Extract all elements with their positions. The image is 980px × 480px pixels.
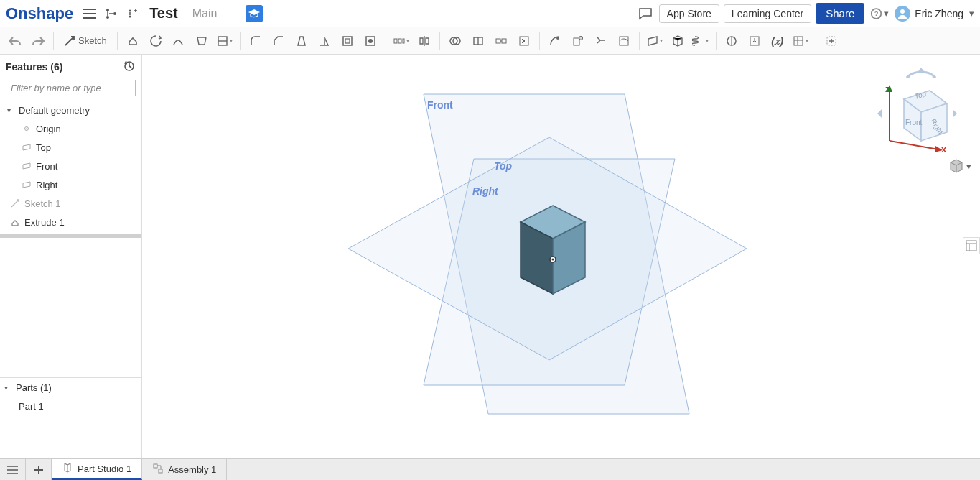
parts-section: ▾ Parts (1) Part 1 xyxy=(0,377,141,458)
front-plane-item[interactable]: Front xyxy=(3,157,139,175)
parts-header-row[interactable]: ▾ Parts (1) xyxy=(0,378,141,397)
transform-icon[interactable] xyxy=(490,30,512,52)
thicken-icon[interactable]: ▾ xyxy=(214,30,235,52)
help-icon[interactable]: ? ▾ xyxy=(870,4,889,23)
chamfer-icon[interactable] xyxy=(268,30,289,52)
part-icon[interactable] xyxy=(667,30,689,52)
app-store-button[interactable]: App Store xyxy=(659,4,719,23)
app-logo[interactable]: Onshape xyxy=(6,4,73,23)
redo-button[interactable] xyxy=(27,30,49,52)
move-face-icon[interactable] xyxy=(590,30,612,52)
education-icon[interactable] xyxy=(246,5,263,22)
svg-point-7 xyxy=(900,9,905,14)
rollback-bar[interactable] xyxy=(0,234,141,238)
toolbar-separator xyxy=(117,32,118,50)
svg-point-3 xyxy=(129,9,131,11)
features-panel-header: Features (6) xyxy=(0,55,141,78)
svg-point-41 xyxy=(26,128,27,129)
extrude-icon xyxy=(10,217,20,227)
fillet-icon[interactable] xyxy=(245,30,266,52)
hole-icon[interactable] xyxy=(360,30,381,52)
right-plane-item[interactable]: Right xyxy=(3,175,139,194)
comments-icon[interactable] xyxy=(636,4,655,23)
front-plane-label: Front xyxy=(36,161,57,172)
top-header: Onshape Test Main App Store Learning Cen… xyxy=(0,0,980,27)
sweep-icon[interactable] xyxy=(168,30,190,52)
share-button[interactable]: Share xyxy=(816,3,864,24)
pattern-linear-icon[interactable]: ▾ xyxy=(391,30,412,52)
assembly-icon xyxy=(152,463,164,476)
sketch-button-label: Sketch xyxy=(78,35,107,46)
user-avatar-icon[interactable] xyxy=(895,6,910,22)
tab-assembly-1[interactable]: Assembly 1 xyxy=(142,459,227,480)
svg-point-22 xyxy=(556,37,559,40)
sketch-button[interactable]: Sketch xyxy=(58,30,113,52)
config-icon[interactable]: ▾ xyxy=(790,30,811,52)
replace-face-icon[interactable] xyxy=(613,30,635,52)
plane-icon[interactable]: ▾ xyxy=(644,30,666,52)
version-tree-icon[interactable] xyxy=(102,4,121,23)
svg-rect-15 xyxy=(403,39,404,43)
toolbar-separator xyxy=(53,32,54,50)
draft-icon[interactable] xyxy=(291,30,312,52)
extrude1-label: Extrude 1 xyxy=(24,217,65,228)
sketch-icon xyxy=(10,198,20,208)
extrude-icon[interactable] xyxy=(122,30,144,52)
rollback-icon[interactable] xyxy=(123,59,136,74)
feature-filter-input[interactable] xyxy=(6,80,136,96)
loft-icon[interactable] xyxy=(191,30,213,52)
svg-rect-57 xyxy=(159,469,162,473)
import-icon[interactable] xyxy=(744,30,765,52)
cube-part[interactable] xyxy=(521,206,585,294)
side-panel-toggle[interactable] xyxy=(963,237,980,254)
learning-center-button[interactable]: Learning Center xyxy=(724,4,811,23)
3d-viewport[interactable]: Front Top Right xyxy=(0,55,980,458)
sketch1-item[interactable]: Sketch 1 xyxy=(3,194,139,213)
top-plane-item[interactable]: Top xyxy=(3,138,139,157)
feature-tree-panel: Features (6) ▾ Default geometry Origin T… xyxy=(0,55,142,458)
shell-icon[interactable] xyxy=(337,30,358,52)
toolbar-separator xyxy=(816,32,816,50)
menu-icon[interactable] xyxy=(80,4,99,23)
rib-icon[interactable] xyxy=(314,30,335,52)
tab-part-studio-label: Part Studio 1 xyxy=(78,463,131,474)
tab-list-button[interactable] xyxy=(0,459,26,480)
part1-item[interactable]: Part 1 xyxy=(0,397,141,415)
user-menu-caret-icon[interactable]: ▾ xyxy=(969,8,974,19)
delete-part-icon[interactable] xyxy=(567,30,589,52)
document-name[interactable]: Test xyxy=(149,5,178,22)
isometric-cube-icon[interactable]: ▾ xyxy=(948,158,964,174)
feature-toolbar: Sketch ▾ ▾ ▾ ▾ (𝑥) ▾ xyxy=(0,27,980,55)
custom-feature-icon[interactable] xyxy=(821,30,842,52)
delete-face-icon[interactable] xyxy=(513,30,535,52)
plane-right-label: Right xyxy=(472,185,499,197)
section-view-icon[interactable] xyxy=(721,30,742,52)
user-name-label[interactable]: Eric Zheng xyxy=(915,8,963,19)
extrude1-item[interactable]: Extrude 1 xyxy=(3,213,139,231)
boolean-icon[interactable] xyxy=(444,30,466,52)
svg-rect-23 xyxy=(574,38,579,45)
add-tab-button[interactable] xyxy=(26,459,52,480)
mirror-icon[interactable] xyxy=(414,30,435,52)
variable-icon[interactable]: (𝑥) xyxy=(767,30,788,52)
view-cube[interactable]: z x Top Front Right xyxy=(872,60,958,147)
toolbar-separator xyxy=(386,32,386,50)
branch-name[interactable]: Main xyxy=(192,7,218,20)
origin-item[interactable]: Origin xyxy=(3,119,139,138)
chevron-down-icon: ▾ xyxy=(7,106,14,114)
svg-text:?: ? xyxy=(874,10,879,17)
modify-fillet-icon[interactable] xyxy=(544,30,566,52)
helix-icon[interactable]: ▾ xyxy=(690,30,711,52)
viewcube-front-label: Front xyxy=(905,119,923,126)
tab-part-studio-1[interactable]: Part Studio 1 xyxy=(52,459,142,480)
default-geometry-folder[interactable]: ▾ Default geometry xyxy=(3,101,139,119)
undo-button[interactable] xyxy=(4,30,26,52)
insert-icon[interactable] xyxy=(123,4,142,23)
split-icon[interactable] xyxy=(467,30,489,52)
svg-marker-49 xyxy=(877,109,882,118)
tab-assembly-label: Assembly 1 xyxy=(168,464,216,475)
svg-point-2 xyxy=(113,12,116,15)
svg-rect-28 xyxy=(794,37,803,45)
revolve-icon[interactable] xyxy=(145,30,167,52)
bottom-tab-bar: Part Studio 1 Assembly 1 xyxy=(0,458,980,480)
